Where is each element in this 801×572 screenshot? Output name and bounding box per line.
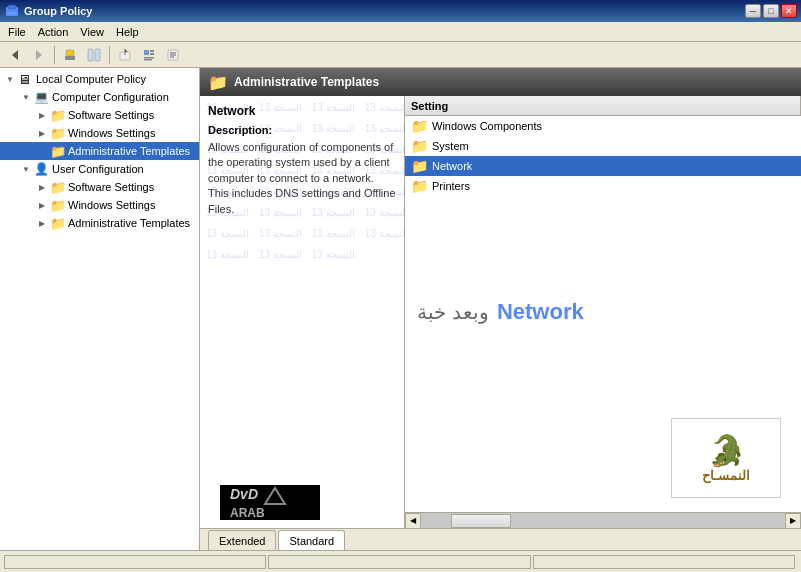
tree-item-windows-uc[interactable]: ▶ 📁 Windows Settings — [0, 196, 199, 214]
icon-computer-config: 💻 — [34, 90, 50, 104]
tree-item-user-config[interactable]: ▼ 👤 User Configuration — [0, 160, 199, 178]
minimize-button[interactable]: ─ — [745, 4, 761, 18]
icon-system: 📁 — [411, 138, 428, 154]
horizontal-scrollbar[interactable]: ◀ ▶ — [405, 512, 801, 528]
dvd-arab-text: DvD ARAB — [230, 486, 310, 520]
icon-software-uc: 📁 — [50, 180, 66, 195]
list-panel[interactable]: Setting 📁 Windows Components 📁 System — [405, 96, 801, 528]
maximize-button[interactable]: □ — [763, 4, 779, 18]
tree-panel[interactable]: ▼ 🖥 Local Computer Policy ▼ 💻 Computer C… — [0, 68, 200, 550]
expander-software-uc[interactable]: ▶ — [34, 183, 50, 192]
icon-windows-uc: 📁 — [50, 198, 66, 213]
tree-item-windows-cc[interactable]: ▶ 📁 Windows Settings — [0, 124, 199, 142]
panel-header-title: Administrative Templates — [234, 75, 379, 89]
tab-extended[interactable]: Extended — [208, 530, 276, 550]
view-button[interactable] — [138, 44, 160, 66]
status-bar — [0, 550, 801, 572]
icon-network: 📁 — [411, 158, 428, 174]
svg-rect-16 — [144, 59, 152, 61]
label-software-uc: Software Settings — [68, 181, 154, 193]
icon-user-config: 👤 — [34, 162, 50, 176]
icon-admin-uc: 📁 — [50, 216, 66, 231]
menu-action[interactable]: Action — [32, 24, 75, 40]
panel-header-icon: 📁 — [208, 73, 228, 92]
tab-standard[interactable]: Standard — [278, 530, 345, 550]
app-title: Group Policy — [24, 5, 92, 17]
expander-user-config[interactable]: ▼ — [18, 165, 34, 174]
icon-local-policy: 🖥 — [18, 72, 34, 87]
svg-rect-8 — [95, 49, 100, 61]
icon-software-cc: 📁 — [50, 108, 66, 123]
show-hide-button[interactable] — [83, 44, 105, 66]
label-printers: Printers — [432, 180, 470, 192]
back-button[interactable] — [4, 44, 26, 66]
svg-rect-13 — [150, 50, 154, 52]
scroll-right-button[interactable]: ▶ — [785, 513, 801, 529]
menu-view[interactable]: View — [74, 24, 110, 40]
toolbar-separator-1 — [54, 46, 55, 64]
list-item-system[interactable]: 📁 System — [405, 136, 801, 156]
tree-item-software-uc[interactable]: ▶ 📁 Software Settings — [0, 178, 199, 196]
svg-marker-21 — [265, 488, 285, 504]
forward-button[interactable] — [28, 44, 50, 66]
toolbar-separator-2 — [109, 46, 110, 64]
label-system: System — [432, 140, 469, 152]
icon-windows-components: 📁 — [411, 118, 428, 134]
label-user-config: User Configuration — [52, 163, 144, 175]
tree-item-admin-cc[interactable]: 📁 Administrative Templates — [0, 142, 199, 160]
svg-rect-7 — [88, 49, 93, 61]
panel-header: 📁 Administrative Templates — [200, 68, 801, 96]
title-bar-buttons: ─ □ ✕ — [745, 4, 797, 18]
list-items: 📁 Windows Components 📁 System 📁 Network — [405, 116, 801, 528]
properties-button[interactable] — [162, 44, 184, 66]
label-software-cc: Software Settings — [68, 109, 154, 121]
status-panel-1 — [4, 555, 266, 569]
desc-text: Allows configuration of components of th… — [208, 140, 396, 217]
svg-marker-4 — [36, 50, 42, 60]
export-button[interactable] — [114, 44, 136, 66]
scroll-thumb[interactable] — [451, 514, 511, 528]
expander-windows-uc[interactable]: ▶ — [34, 201, 50, 210]
menu-help[interactable]: Help — [110, 24, 145, 40]
close-button[interactable]: ✕ — [781, 4, 797, 18]
svg-rect-12 — [144, 50, 149, 55]
status-panel-3 — [533, 555, 795, 569]
expander-windows-cc[interactable]: ▶ — [34, 129, 50, 138]
label-admin-cc: Administrative Templates — [68, 145, 190, 157]
tree-item-software-cc[interactable]: ▶ 📁 Software Settings — [0, 106, 199, 124]
title-bar-left: Group Policy — [4, 3, 92, 19]
label-admin-uc: Administrative Templates — [68, 217, 190, 229]
list-item-printers[interactable]: 📁 Printers — [405, 176, 801, 196]
expander-computer-config[interactable]: ▼ — [18, 93, 34, 102]
label-network: Network — [432, 160, 472, 172]
desc-title: Network — [208, 104, 396, 118]
description-panel: Network Description: Allows configuratio… — [200, 96, 405, 528]
right-panel: 📁 Administrative Templates 13 النسخة13 ا… — [200, 68, 801, 550]
icon-windows-cc: 📁 — [50, 126, 66, 141]
tree-item-admin-uc[interactable]: ▶ 📁 Administrative Templates — [0, 214, 199, 232]
list-header: Setting — [405, 96, 801, 116]
list-item-windows-components[interactable]: 📁 Windows Components — [405, 116, 801, 136]
tree-item-local-policy[interactable]: ▼ 🖥 Local Computer Policy — [0, 70, 199, 88]
content-area: 13 النسخة13 النسخة13 النسخة13 النسخة13 ا… — [200, 96, 801, 528]
scroll-left-button[interactable]: ◀ — [405, 513, 421, 529]
title-bar: Group Policy ─ □ ✕ — [0, 0, 801, 22]
scroll-track[interactable] — [421, 513, 785, 529]
menu-bar: File Action View Help — [0, 22, 801, 42]
setting-column-header: Setting — [405, 96, 801, 115]
status-panel-2 — [268, 555, 530, 569]
svg-rect-15 — [144, 57, 154, 59]
desc-label: Description: — [208, 124, 396, 136]
expander-admin-uc[interactable]: ▶ — [34, 219, 50, 228]
expander-software-cc[interactable]: ▶ — [34, 111, 50, 120]
toolbar — [0, 42, 801, 68]
up-button[interactable] — [59, 44, 81, 66]
label-windows-cc: Windows Settings — [68, 127, 155, 139]
expander-local-policy[interactable]: ▼ — [2, 75, 18, 84]
list-item-network[interactable]: 📁 Network — [405, 156, 801, 176]
main-area: ▼ 🖥 Local Computer Policy ▼ 💻 Computer C… — [0, 68, 801, 550]
menu-file[interactable]: File — [2, 24, 32, 40]
dvd-arab-logo: DvD ARAB — [220, 485, 320, 520]
tree-item-computer-config[interactable]: ▼ 💻 Computer Configuration — [0, 88, 199, 106]
app-icon — [4, 3, 20, 19]
